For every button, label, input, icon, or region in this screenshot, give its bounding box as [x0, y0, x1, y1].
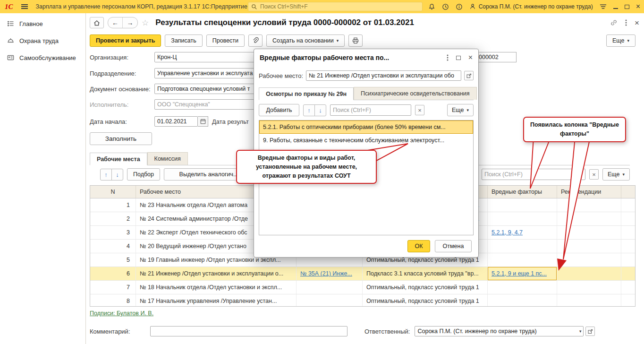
info-icon[interactable]: [456, 3, 463, 10]
pick-button[interactable]: Подбор: [127, 168, 160, 181]
close-form-icon[interactable]: ×: [635, 19, 639, 27]
user-icon: [469, 3, 476, 10]
tab-workplaces[interactable]: Рабочие места: [90, 153, 147, 165]
signatures-link[interactable]: Подписи: Булатов И. В.: [90, 310, 153, 317]
sidebar-item-self-service[interactable]: Самообслуживание: [0, 49, 85, 66]
cell-number: 5: [90, 253, 136, 267]
move-up-icon[interactable]: ↑: [100, 169, 112, 181]
home-button[interactable]: [90, 17, 104, 28]
workplaces-search[interactable]: [482, 169, 585, 180]
start-date-input[interactable]: [154, 116, 198, 127]
move-down-icon[interactable]: ↓: [111, 169, 123, 181]
callout-factors-note: Вредные факторы и виды работ, установлен…: [236, 150, 377, 184]
column-harmful-factors[interactable]: Вредные факторы: [488, 186, 557, 198]
dialog-menu-icon[interactable]: [447, 54, 449, 61]
open-workplace-icon[interactable]: [464, 71, 474, 80]
sidebar-item-labor-safety[interactable]: Охрана труда: [0, 32, 85, 49]
dialog-maximize-icon[interactable]: [456, 56, 461, 60]
table-row[interactable]: 7 № 18 Начальник отдела /Отдел установки…: [90, 281, 635, 294]
column-recommendations[interactable]: Рекомендации: [557, 186, 621, 198]
cell-recommendations: [557, 267, 621, 280]
forward-button[interactable]: →: [123, 17, 137, 28]
dialog-search[interactable]: [330, 104, 411, 116]
close-window-button[interactable]: ×: [636, 3, 640, 10]
create-based-on-button[interactable]: Создать на основании▾: [266, 34, 345, 47]
cell-class: Оптимальный, подкласс условий труда 1: [363, 294, 488, 307]
cell-card-link: [297, 294, 363, 307]
post-and-close-button[interactable]: Провести и закрыть: [90, 34, 161, 47]
result-date-label: Дата результ: [212, 118, 249, 125]
post-button[interactable]: Провести: [206, 34, 245, 47]
section-panel: Главное Охрана труда Самообслуживание: [0, 13, 86, 344]
workplaces-more-button[interactable]: Еще▾: [602, 168, 630, 181]
dialog-titlebar: Вредные факторы рабочего места по... ×: [254, 49, 478, 66]
global-search-input[interactable]: [260, 3, 419, 10]
history-icon[interactable]: [442, 3, 449, 10]
cancel-button[interactable]: Отмена: [435, 240, 472, 252]
dialog-move-down-icon[interactable]: ↓: [314, 104, 326, 116]
app-window: 1С Зарплата и управление персоналом КОРП…: [0, 0, 644, 344]
app-title: Зарплата и управление персоналом КОРП, р…: [36, 3, 247, 10]
field-responsible: Ответственный: ▾: [364, 326, 595, 336]
calendar-icon[interactable]: [198, 116, 208, 127]
1c-logo: 1С: [5, 3, 13, 11]
dialog-more-button[interactable]: Еще▾: [447, 104, 474, 116]
cell-factors: [488, 281, 557, 294]
save-button[interactable]: Записать: [165, 34, 202, 47]
dialog-workplace-input[interactable]: [306, 70, 461, 81]
factor-list-item[interactable]: 5.2.1. Работы с оптическими приборами (б…: [259, 120, 473, 134]
cell-factors: [488, 212, 557, 225]
notifications-icon[interactable]: [428, 3, 435, 10]
cell-number: 6: [90, 267, 136, 280]
cell-card-link: [297, 281, 363, 294]
cell-recommendations: [557, 240, 621, 253]
cell-recommendations: [557, 253, 621, 267]
dialog-toolbar: Добавить ↑ ↓ × Еще▾: [259, 104, 474, 116]
get-link-icon[interactable]: [610, 19, 618, 26]
form-toolbar: Провести и закрыть Записать Провести Соз…: [90, 34, 636, 47]
tab-psychiatric-exams[interactable]: Психиатрические освидетельствования: [354, 87, 477, 100]
factors-link[interactable]: 5.2.1, 9, 4.7: [491, 229, 523, 236]
add-button[interactable]: Добавить: [259, 104, 299, 116]
dialog-search-input[interactable]: [333, 107, 409, 113]
comment-input[interactable]: [150, 326, 347, 336]
factor-list-item[interactable]: 9. Работы, связанные с техническим обслу…: [259, 134, 473, 147]
column-n[interactable]: N: [90, 186, 136, 198]
responsible-input[interactable]: [415, 326, 584, 336]
ok-button[interactable]: ОК: [407, 240, 430, 252]
cell-factors: 5.2.1, 9, 4.7: [488, 226, 557, 239]
favorite-star-icon[interactable]: ☆: [142, 18, 149, 28]
move-buttons: ↑ ↓: [100, 169, 123, 181]
clear-search-icon[interactable]: ×: [589, 169, 599, 180]
panel-settings-icon[interactable]: [600, 4, 607, 9]
minimize-button[interactable]: [613, 8, 618, 9]
cell-factors: 5.2.1, 9 и еще 1 пс...: [488, 267, 557, 280]
factors-link[interactable]: 5.2.1, 9 и еще 1 пс...: [491, 270, 547, 277]
form-menu-icon[interactable]: [625, 19, 627, 26]
current-user[interactable]: Сорока П.М. (Ст. инженер по охране труда…: [469, 3, 593, 10]
workplaces-search-input[interactable]: [484, 171, 583, 178]
tab-exams-order-29n[interactable]: Осмотры по приказу № 29н: [259, 87, 354, 100]
form-more-button[interactable]: Еще▾: [606, 34, 636, 47]
main-menu-icon[interactable]: [21, 3, 28, 10]
attachments-button[interactable]: [248, 34, 263, 47]
back-button[interactable]: ←: [108, 17, 123, 28]
fill-button[interactable]: Заполнить: [90, 132, 152, 145]
dialog-move-buttons: ↑ ↓: [303, 104, 326, 116]
table-row[interactable]: 6 № 21 Инженер /Отдел установки и эксплу…: [90, 267, 635, 281]
print-button[interactable]: [348, 34, 363, 47]
dialog-close-icon[interactable]: ×: [468, 54, 473, 61]
maximize-button[interactable]: [625, 5, 629, 9]
form-header-icons: ×: [610, 19, 639, 27]
dialog-move-up-icon[interactable]: ↑: [303, 104, 315, 116]
cell-recommendations: [557, 198, 621, 212]
global-search[interactable]: [248, 2, 423, 11]
cell-class: Оптимальный, подкласс условий труда 1: [363, 281, 488, 294]
sidebar-item-main[interactable]: Главное: [0, 15, 85, 32]
dialog-clear-search-icon[interactable]: ×: [415, 105, 424, 115]
form-header: ← → ☆ Результаты спецоценки условий труд…: [90, 16, 639, 30]
tab-commission[interactable]: Комиссия: [147, 152, 188, 165]
table-row[interactable]: 8 № 17 Начальник управления /Управление …: [90, 294, 635, 307]
workplace-card-link[interactable]: № 35А (21) Инже...: [300, 270, 352, 277]
open-responsible-icon[interactable]: [585, 327, 595, 336]
